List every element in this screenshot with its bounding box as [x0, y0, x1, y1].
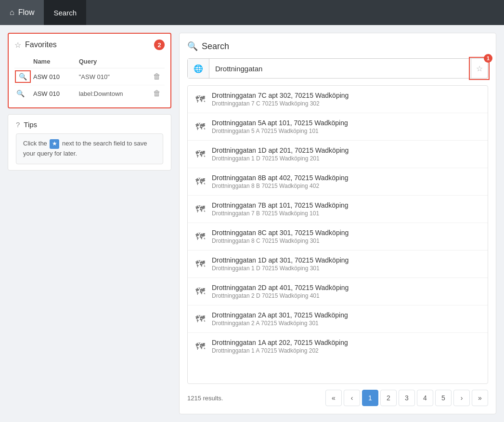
result-subtitle: Drottninggatan 7 B 70215 Wadköping 101 [212, 210, 349, 217]
page-prev-button[interactable]: ‹ [344, 390, 360, 406]
home-icon: ⌂ [10, 8, 14, 17]
tips-panel: ? Tips Click the ★ next to the search fi… [8, 114, 171, 171]
flow-nav-button[interactable]: ⌂ Flow [0, 0, 44, 25]
map-icon: 🗺 [195, 259, 205, 270]
delete-fav-button[interactable]: 🗑 [151, 88, 163, 99]
result-subtitle: Drottninggatan 1 D 70215 Wadköping 201 [212, 155, 349, 162]
page-2-button[interactable]: 2 [380, 390, 397, 406]
tips-text-before: Click the [23, 140, 47, 147]
result-item[interactable]: 🗺 Drottninggatan 2D apt 401, 70215 Wadkö… [188, 278, 488, 305]
result-item[interactable]: 🗺 Drottninggatan 1D apt 201, 70215 Wadkö… [188, 141, 488, 168]
favorites-header: ☆ Favorites 2 [14, 40, 165, 50]
result-text: Drottninggatan 7B apt 101, 70215 Wadköpi… [212, 201, 349, 217]
favorites-table: Name Query 🔍ASW 010"ASW 010"🗑🔍ASW 010lab… [14, 56, 165, 102]
sidebar: ☆ Favorites 2 Name Query 🔍ASW 010"ASW 0 [8, 33, 171, 414]
result-subtitle: Drottninggatan 8 C 70215 Wadköping 301 [212, 237, 349, 244]
col-action-header [149, 56, 165, 68]
page-4-button[interactable]: 4 [417, 390, 433, 406]
result-title: Drottninggatan 7C apt 302, 70215 Wadköpi… [212, 92, 349, 99]
result-item[interactable]: 🗺 Drottninggatan 7C apt 302, 70215 Wadkö… [188, 86, 488, 113]
search-nav-button[interactable]: Search [44, 0, 86, 25]
map-icon: 🗺 [195, 314, 205, 325]
question-icon: ? [16, 120, 20, 129]
search-bar: 🌐 ☆ [187, 58, 488, 79]
page-3-button[interactable]: 3 [399, 390, 415, 406]
tips-body: Click the ★ next to the search field to … [16, 133, 163, 164]
globe-button[interactable]: 🌐 [188, 59, 209, 78]
result-text: Drottninggatan 2A apt 301, 70215 Wadköpi… [212, 311, 348, 327]
flow-label: Flow [18, 8, 35, 17]
page-1-button[interactable]: 1 [362, 390, 378, 406]
result-item[interactable]: 🗺 Drottninggatan 7B apt 101, 70215 Wadkö… [188, 196, 488, 223]
result-text: Drottninggatan 1D apt 301, 70215 Wadköpi… [212, 256, 349, 272]
result-text: Drottninggatan 1D apt 201, 70215 Wadköpi… [212, 146, 349, 162]
result-item[interactable]: 🗺 Drottninggatan 5A apt 101, 70215 Wadkö… [188, 113, 488, 141]
search-header-icon: 🔍 [187, 41, 198, 52]
col-query-header: Query [77, 56, 149, 68]
search-panel: 🔍 Search 🌐 ☆ 🗺 Drottninggatan 7C apt 302… [179, 33, 496, 414]
main-layout: ☆ Favorites 2 Name Query 🔍ASW 010"ASW 0 [0, 25, 504, 422]
map-icon: 🗺 [195, 231, 205, 242]
result-title: Drottninggatan 8C apt 301, 70215 Wadköpi… [212, 229, 349, 237]
result-item[interactable]: 🗺 Drottninggatan 1A apt 202, 70215 Wadkö… [188, 333, 488, 360]
delete-fav-button[interactable]: 🗑 [151, 71, 163, 82]
col-name-header: Name [31, 56, 77, 68]
result-subtitle: Drottninggatan 1 A 70215 Wadköping 202 [212, 347, 348, 354]
search-header-label: Search [202, 41, 229, 52]
result-title: Drottninggatan 2D apt 401, 70215 Wadköpi… [212, 284, 349, 291]
fav-row-name: ASW 010 [31, 68, 77, 85]
favorites-panel: ☆ Favorites 2 Name Query 🔍ASW 010"ASW 0 [8, 33, 171, 108]
result-subtitle: Drottninggatan 7 C 70215 Wadköping 302 [212, 100, 349, 107]
result-item[interactable]: 🗺 Drottninggatan 8B apt 402, 70215 Wadkö… [188, 168, 488, 196]
tips-star-icon: ★ [50, 139, 59, 149]
search-row-icon[interactable]: 🔍 [16, 90, 25, 97]
result-text: Drottninggatan 8B apt 402, 70215 Wadköpi… [212, 174, 349, 189]
star-icon: ☆ [14, 40, 21, 50]
result-item[interactable]: 🗺 Drottninggatan 8C apt 301, 70215 Wadkö… [188, 223, 488, 251]
page-first-button[interactable]: « [325, 390, 342, 406]
result-item[interactable]: 🗺 Drottninggatan 2A apt 301, 70215 Wadkö… [188, 305, 488, 333]
tips-title: ? Tips [16, 120, 163, 129]
search-panel-header: 🔍 Search [187, 41, 488, 52]
page-5-button[interactable]: 5 [435, 390, 452, 406]
page-next-button[interactable]: › [453, 390, 470, 406]
col-icon-header [14, 56, 31, 68]
fav-row-name: ASW 010 [31, 85, 77, 102]
search-nav-label: Search [53, 9, 77, 17]
search-input[interactable] [209, 59, 471, 78]
fav-row-query: label:Downtown [77, 85, 149, 102]
result-text: Drottninggatan 5A apt 101, 70215 Wadköpi… [212, 119, 348, 134]
map-icon: 🗺 [195, 176, 205, 187]
save-search-button[interactable]: ☆ [471, 59, 488, 78]
save-star-icon: ☆ [476, 64, 483, 73]
result-title: Drottninggatan 7B apt 101, 70215 Wadköpi… [212, 201, 349, 209]
results-count: 1215 results. [187, 395, 223, 402]
result-subtitle: Drottninggatan 2 D 70215 Wadköping 401 [212, 292, 349, 299]
result-subtitle: Drottninggatan 2 A 70215 Wadköping 301 [212, 320, 348, 327]
pagination: «‹12345›» [325, 390, 488, 406]
tips-label: Tips [24, 120, 37, 129]
result-subtitle: Drottninggatan 8 B 70215 Wadköping 402 [212, 183, 349, 189]
favorites-title: ☆ Favorites [14, 40, 57, 50]
globe-icon: 🌐 [194, 64, 203, 73]
map-icon: 🗺 [195, 121, 205, 132]
favorites-label: Favorites [25, 40, 57, 49]
search-row-icon[interactable]: 🔍 [16, 72, 29, 81]
result-title: Drottninggatan 8B apt 402, 70215 Wadköpi… [212, 174, 349, 182]
favorites-badge: 2 [154, 40, 165, 50]
pagination-row: 1215 results. «‹12345›» [187, 390, 488, 406]
result-text: Drottninggatan 7C apt 302, 70215 Wadköpi… [212, 92, 349, 107]
results-list: 🗺 Drottninggatan 7C apt 302, 70215 Wadkö… [187, 85, 488, 384]
map-icon: 🗺 [195, 286, 205, 297]
top-navigation: ⌂ Flow Search [0, 0, 504, 25]
result-title: Drottninggatan 1A apt 202, 70215 Wadköpi… [212, 339, 348, 346]
map-icon: 🗺 [195, 94, 205, 105]
page-last-button[interactable]: » [472, 390, 488, 406]
result-item[interactable]: 🗺 Drottninggatan 1D apt 301, 70215 Wadkö… [188, 251, 488, 278]
result-title: Drottninggatan 1D apt 201, 70215 Wadköpi… [212, 146, 349, 154]
result-title: Drottninggatan 5A apt 101, 70215 Wadköpi… [212, 119, 348, 127]
result-text: Drottninggatan 8C apt 301, 70215 Wadköpi… [212, 229, 349, 244]
map-icon: 🗺 [195, 149, 205, 160]
fav-row-query: "ASW 010" [77, 68, 149, 85]
result-title: Drottninggatan 2A apt 301, 70215 Wadköpi… [212, 311, 348, 319]
